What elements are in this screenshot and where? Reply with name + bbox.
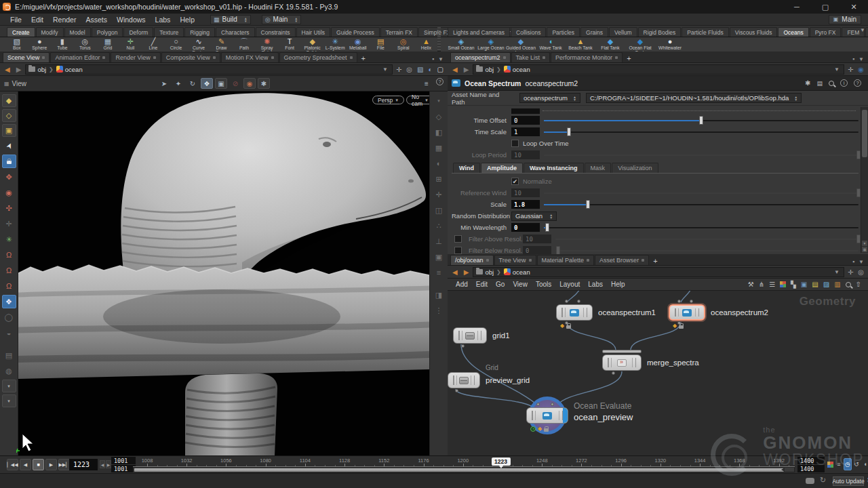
shelf-tab-particle-fluids[interactable]: Particle Fluids	[682, 27, 728, 37]
node-oceanspectrum2[interactable]	[669, 304, 705, 321]
more-tools-icon[interactable]: ⋮	[432, 304, 446, 317]
loop-mode-icon[interactable]: ↺	[852, 458, 861, 470]
path-root-chip[interactable]: obj	[28, 66, 46, 73]
info-icon[interactable]: i	[840, 79, 848, 87]
scene-tab-scene-view[interactable]: Scene View	[3, 52, 50, 62]
desktop-selector[interactable]: ▣ Main	[829, 15, 861, 24]
viewport-canvas[interactable]: Persp▼ No cam▼	[18, 92, 429, 455]
close-button[interactable]: ✕	[849, 3, 859, 12]
shelf-tab-vellum[interactable]: Vellum	[609, 27, 637, 37]
shelf-tab-constraints[interactable]: Constraints	[256, 27, 296, 37]
shelf-tab-modify[interactable]: Modify	[36, 27, 64, 37]
path-dropdown-icon[interactable]: ▼	[834, 269, 841, 275]
folder-tab-wave-instancing[interactable]: Wave Instancing	[524, 163, 584, 173]
jump-to-end-button[interactable]: ▶▶▏	[58, 459, 70, 470]
nav-back-icon[interactable]: ◀	[450, 268, 460, 276]
tab-badge-icon[interactable]	[42, 56, 45, 59]
camera-select-button[interactable]: No cam▼	[406, 96, 429, 104]
shelf-tool-helix[interactable]: ▲Helix	[415, 38, 438, 51]
node-preview-grid[interactable]	[448, 372, 480, 388]
shelf-tool-box[interactable]: ▧Box	[5, 38, 28, 51]
path-root-chip[interactable]: obj	[476, 268, 494, 276]
rail-collapse-icon[interactable]: ▾	[432, 94, 446, 108]
snapshot-icon[interactable]: ▨	[823, 281, 829, 288]
network-tab-material-palette[interactable]: Material Palette	[537, 255, 595, 265]
pin-icon[interactable]: ✛	[846, 268, 854, 276]
key-all-tool-icon[interactable]: ▣	[2, 124, 16, 137]
shelf-docs-icon[interactable]: ▤	[2, 348, 16, 362]
nav-back-icon[interactable]: ◀	[3, 66, 12, 73]
dots-grid-icon[interactable]: ▚	[791, 281, 796, 288]
network-menu-tools[interactable]: Tools	[532, 280, 555, 289]
slider-handle[interactable]	[545, 223, 549, 232]
range-fill[interactable]	[134, 468, 784, 472]
shelf-tool-wave-tank[interactable]: ◖Wave Tank	[536, 38, 566, 51]
maximize-button[interactable]: ▢	[821, 3, 830, 12]
character-display-icon[interactable]: ◐	[427, 66, 434, 73]
zoom-region-icon[interactable]: ▣	[215, 78, 227, 89]
tab-badge-icon[interactable]	[350, 56, 353, 59]
folder-tab-visualization[interactable]: Visualization	[612, 163, 658, 173]
tab-badge-icon[interactable]	[486, 259, 489, 262]
view-pivot-icon[interactable]: ✛	[432, 188, 446, 201]
secure-selection-lock-icon[interactable]	[2, 155, 16, 168]
tab-badge-icon[interactable]	[102, 56, 105, 59]
shelf-divider-handle[interactable]	[437, 27, 441, 50]
view-current-tool-icon[interactable]: ❖	[2, 295, 16, 308]
nav-forward-icon[interactable]: ▶	[462, 268, 471, 276]
shelf-tool-null[interactable]: ✛Null	[119, 38, 142, 51]
pane-maximize-icon[interactable]: ▪	[852, 56, 854, 62]
camera-view-icon[interactable]: ◇	[432, 110, 446, 123]
realtime-playback-icon[interactable]: ◷	[844, 458, 852, 470]
shelf-tab-viscous-fluids[interactable]: Viscous Fluids	[730, 27, 778, 37]
shelf-tool-font[interactable]: TFont	[278, 38, 301, 51]
shelf-tab-create[interactable]: Create	[7, 27, 35, 37]
field-time-scale[interactable]: 1	[511, 127, 540, 136]
menu-labs[interactable]: Labs	[151, 14, 176, 25]
new-pane-tab-icon[interactable]: +	[650, 257, 660, 265]
handles-tool-icon[interactable]: ✦	[172, 78, 184, 89]
scale-handle-icon[interactable]: ✣	[2, 201, 16, 215]
param-tab-oceanspectrum2[interactable]: oceanspectrum2	[450, 52, 511, 62]
stepper-icon[interactable]: ▲▼	[294, 17, 298, 22]
box-pack-icon[interactable]: ▥	[834, 281, 840, 288]
scene-tab-motion-fx-view[interactable]: Motion FX View	[221, 52, 279, 62]
shelf-tab-deform[interactable]: Deform	[123, 27, 153, 37]
audio-icon[interactable]: ◖	[861, 458, 868, 470]
jump-to-start-button[interactable]: ▏◀◀	[7, 459, 18, 470]
field-min-wavelength[interactable]: 0	[511, 223, 540, 232]
display-points-icon[interactable]: ∴	[432, 219, 446, 232]
stepper-icon[interactable]: ▲▼	[244, 17, 248, 22]
message-bubble-icon[interactable]	[806, 478, 814, 484]
stepper-icon[interactable]: ▲▼	[859, 476, 868, 483]
slider-handle[interactable]	[586, 200, 590, 209]
radial-menu-combo[interactable]: ◎ Main ▲▼	[262, 15, 302, 24]
display-flag[interactable]	[563, 408, 568, 423]
field-loop-period[interactable]: 10	[511, 150, 540, 159]
frame-ruler[interactable]: 1008103210561080110411281152117612001224…	[133, 458, 795, 466]
pose-tool-icon[interactable]: ↻	[186, 78, 199, 89]
shelf-tool-sphere[interactable]: ●Sphere	[28, 38, 52, 51]
flipbook-icon[interactable]: ◉	[243, 78, 256, 89]
scene-viewport[interactable]: ▦ View ➤ ✦ ↻ ❖ ▣ ⊘ ◉ ✱ ≡ ? ◆ ◇ ▣ ➤	[0, 76, 448, 455]
geometry-display-icon[interactable]: ▧	[416, 66, 425, 73]
shelf-tool-file[interactable]: ▤File	[370, 38, 393, 51]
select-tool-icon[interactable]: ➤	[158, 78, 170, 89]
playback-color-options-icon[interactable]	[826, 458, 834, 470]
tab-badge-icon[interactable]	[503, 56, 506, 59]
search-icon[interactable]	[846, 282, 851, 287]
network-menu-add[interactable]: Add	[452, 280, 472, 289]
param-tab-take-list[interactable]: Take List	[511, 52, 551, 62]
tab-badge-icon[interactable]	[153, 56, 156, 59]
network-menu-view[interactable]: View	[509, 280, 532, 289]
menu-assets[interactable]: Assets	[81, 14, 112, 25]
rail-dropdown-bottom-icon[interactable]: ▾	[2, 394, 16, 407]
stop-button[interactable]: ■	[33, 459, 44, 470]
scene-tab-composite-view[interactable]: Composite View	[161, 52, 220, 62]
shelf-tool-metaball[interactable]: ◉Metaball	[347, 38, 370, 51]
slider-min-wavelength[interactable]	[544, 223, 859, 232]
shading-mode-icon[interactable]: ◧	[432, 125, 446, 139]
menu-render[interactable]: Render	[48, 14, 81, 25]
translate-handle-icon[interactable]: ✥	[2, 170, 16, 184]
path-node-chip[interactable]: ocean	[56, 66, 83, 73]
